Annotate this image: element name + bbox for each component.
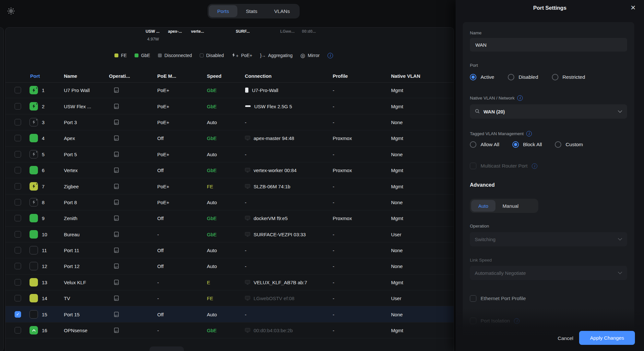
name-input[interactable]: WAN <box>470 38 627 52</box>
column-header-operati[interactable]: Operati... <box>109 73 130 78</box>
table-row[interactable]: 9ZenithOffGbEdockerVM f9:e5ProxmoxMgmt <box>6 210 454 226</box>
row-checkbox[interactable]: ✓ <box>15 311 21 318</box>
column-header-speed[interactable]: Speed <box>207 73 221 78</box>
table-row[interactable]: 6VertexOffGbEvertex-worker 00:84ProxmoxM… <box>6 162 454 178</box>
aggregating-icon: }→ <box>260 53 266 58</box>
tab-ports[interactable]: Ports <box>209 5 237 17</box>
radio-active[interactable] <box>470 74 476 80</box>
row-checkbox[interactable] <box>15 247 21 253</box>
table-row[interactable]: 16OPNsense-GbE00:d0:b4:03:be:2b-Mgmt <box>6 322 454 338</box>
tab-stats[interactable]: Stats <box>237 5 266 17</box>
row-checkbox[interactable] <box>15 103 21 110</box>
radio-restricted[interactable] <box>552 74 558 80</box>
table-row[interactable]: 13Velux KLF-EVELUX_KLF_AB7B ab:7-Mgmt <box>6 275 454 290</box>
table-row[interactable]: +2USW Flex ...PoE+GbEUSW Flex 2.5G 5-Mgm… <box>6 98 454 114</box>
profile-cell: - <box>333 328 334 333</box>
poe-mode-cell: Off <box>157 135 164 141</box>
column-header-nativevlan[interactable]: Native VLAN <box>391 73 420 78</box>
row-checkbox[interactable] <box>15 135 21 141</box>
column-header-profile[interactable]: Profile <box>333 73 348 78</box>
panel-title: Port Settings <box>456 5 644 11</box>
port-status-icon <box>30 262 38 270</box>
port-name: Vertex <box>64 168 78 173</box>
native-vlan-select[interactable]: WAN (20) <box>470 104 627 119</box>
table-row[interactable]: 14TV-FELGwebOSTV ef:08-User <box>6 290 454 306</box>
row-checkbox[interactable] <box>15 199 21 205</box>
row-checkbox[interactable] <box>15 119 21 125</box>
radio-block-all[interactable] <box>512 141 519 148</box>
apply-changes-button[interactable]: Apply Changes <box>579 331 635 345</box>
row-checkbox[interactable] <box>15 183 21 190</box>
port-number: 7 <box>42 183 44 189</box>
link-speed-select[interactable]: Automatically Negotiate <box>470 266 627 280</box>
row-checkbox[interactable] <box>15 215 21 221</box>
ethernet-profile-checkbox[interactable] <box>470 295 476 302</box>
connection-name: - <box>245 311 246 317</box>
port-status-icon: + <box>30 102 38 111</box>
poe-mode-cell: Off <box>157 311 164 317</box>
tab-vlans[interactable]: VLANs <box>266 5 298 17</box>
radio-disabled[interactable] <box>508 74 514 80</box>
row-checkbox[interactable] <box>15 87 21 93</box>
table-row[interactable]: +5Port 5PoE+Auto--None <box>6 146 454 162</box>
connection-cell: - <box>245 263 246 269</box>
table-row[interactable]: +3Port 3PoE+Auto--None <box>6 114 454 130</box>
close-icon[interactable]: × <box>631 3 636 13</box>
legend-info-icon[interactable]: i <box>328 53 333 58</box>
table-row[interactable]: +7ZigbeePoE+FESLZB-06M 74:1b-Mgmt <box>6 178 454 194</box>
port-name: Zigbee <box>64 183 79 189</box>
radio-allow-all[interactable] <box>470 141 476 148</box>
connection-device-icon <box>245 184 250 189</box>
port-name: Port 3 <box>64 119 77 125</box>
operation-device-icon <box>114 183 119 189</box>
column-header-connection[interactable]: Connection <box>245 73 272 78</box>
chevron-down-icon <box>618 272 622 274</box>
row-checkbox[interactable] <box>15 167 21 173</box>
speed-cell: GbE <box>207 168 217 173</box>
table-row[interactable]: +8Port 8PoE+Auto--None <box>6 194 454 210</box>
poe-mode-cell: PoE+ <box>157 88 169 93</box>
profile-cell: - <box>333 279 334 285</box>
table-row[interactable]: 12Port 12OffAuto--None <box>6 258 454 274</box>
port-name: Port 8 <box>64 199 77 205</box>
segment-manual[interactable]: Manual <box>495 200 526 212</box>
column-header-port[interactable]: Port <box>30 73 40 78</box>
column-header-name[interactable]: Name <box>64 73 77 78</box>
table-row[interactable]: 10Bureau-GbESURFACE-VEZPI 03:33-User <box>6 227 454 242</box>
legend-item-mirror: ◎Mirror <box>300 53 319 58</box>
segment-auto[interactable]: Auto <box>471 200 495 212</box>
connection-name: - <box>245 248 246 253</box>
multicast-checkbox[interactable] <box>470 163 476 169</box>
table-row[interactable]: 4ApexOffGbEapex-master 94:48ProxmoxMgmt <box>6 130 454 146</box>
pagination-pill[interactable] <box>149 346 184 351</box>
connection-name: apex-master 94:48 <box>254 135 294 141</box>
port-status-icon <box>30 214 38 222</box>
connection-name: VELUX_KLF_AB7B ab:7 <box>254 279 307 285</box>
row-checkbox[interactable] <box>15 151 21 158</box>
row-checkbox[interactable] <box>15 295 21 301</box>
row-checkbox[interactable] <box>15 263 21 269</box>
native-vlan-cell: None <box>391 151 403 157</box>
table-row[interactable]: 11Port 11OffAuto--None <box>6 242 454 258</box>
row-checkbox[interactable] <box>15 231 21 238</box>
speed-cell: Auto <box>207 119 217 125</box>
cancel-button[interactable]: Cancel <box>558 335 573 341</box>
table-row[interactable]: +1U7 Pro WallPoE+GbEU7-Pro-Wall-Mgmt <box>6 82 454 98</box>
connection-device-icon <box>245 296 250 301</box>
column-header-poem[interactable]: PoE M... <box>157 73 176 78</box>
info-icon[interactable]: i <box>517 95 523 101</box>
view-tabs: PortsStatsVLANs <box>208 4 300 18</box>
settings-gear-icon[interactable] <box>6 6 16 16</box>
table-row[interactable]: ✓15Port 15OffAuto--None <box>6 306 454 322</box>
operation-select[interactable]: Switching <box>470 232 627 246</box>
info-icon[interactable]: i <box>532 163 537 169</box>
radio-custom[interactable] <box>555 141 561 148</box>
port-name: Port 5 <box>64 151 77 157</box>
row-checkbox[interactable] <box>15 327 21 333</box>
link-speed-label: Link Speed <box>470 258 492 263</box>
port-number: 4 <box>42 135 44 141</box>
native-vlan-cell: Mgmt <box>391 88 403 93</box>
info-icon[interactable]: i <box>526 131 532 136</box>
connection-device-icon <box>245 168 250 173</box>
row-checkbox[interactable] <box>15 279 21 286</box>
